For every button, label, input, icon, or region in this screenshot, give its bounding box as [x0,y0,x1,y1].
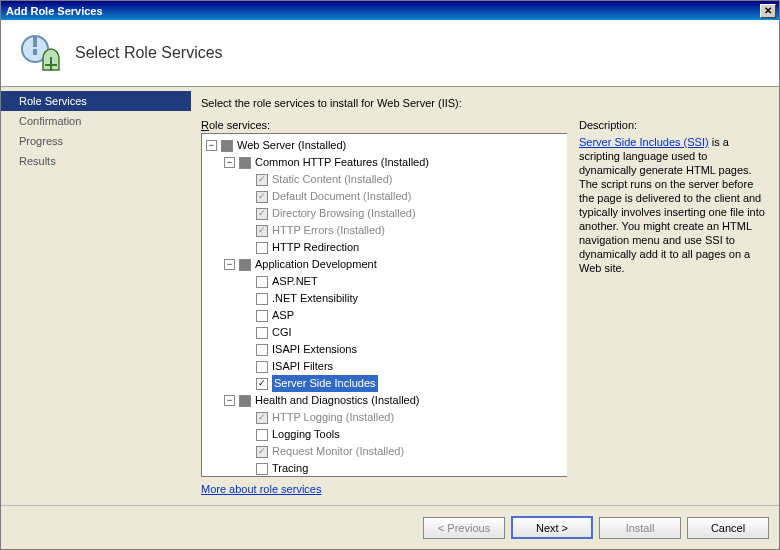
cancel-button[interactable]: Cancel [687,517,769,539]
tree-label: Role services: [201,119,567,131]
checkbox[interactable] [239,395,251,407]
tree-node[interactable]: ISAPI Filters [206,358,565,375]
checkbox[interactable] [256,276,268,288]
tree-node-label: Directory Browsing (Installed) [272,205,416,222]
tree-node-label: Logging Tools [272,426,340,443]
tree-node-label: Default Document (Installed) [272,188,411,205]
checkbox[interactable] [256,361,268,373]
step-confirmation[interactable]: Confirmation [1,111,191,131]
tree-node[interactable]: ✓Request Monitor (Installed) [206,443,565,460]
tree-node-label: Health and Diagnostics (Installed) [255,392,419,409]
checkbox[interactable] [221,140,233,152]
tree-node[interactable]: −Health and Diagnostics (Installed) [206,392,565,409]
checkbox: ✓ [256,174,268,186]
tree-node-label: ISAPI Filters [272,358,333,375]
tree-node[interactable]: ✓HTTP Logging (Installed) [206,409,565,426]
tree-node[interactable]: CGI [206,324,565,341]
wizard-window: Add Role Services ✕ Select Role Services… [0,0,780,550]
close-icon[interactable]: ✕ [760,4,776,18]
checkbox: ✓ [256,225,268,237]
tree-node-label: CGI [272,324,292,341]
tree-node-label: ASP [272,307,294,324]
tree-node[interactable]: Logging Tools [206,426,565,443]
previous-button: < Previous [423,517,505,539]
tree-node[interactable]: Tracing [206,460,565,477]
tree-node[interactable]: ASP.NET [206,273,565,290]
collapse-icon[interactable]: − [224,395,235,406]
footer: < Previous Next > Install Cancel [1,505,779,549]
checkbox[interactable] [256,344,268,356]
checkbox: ✓ [256,191,268,203]
sidebar: Role Services Confirmation Progress Resu… [1,87,191,505]
body: Role Services Confirmation Progress Resu… [1,87,779,505]
tree-node[interactable]: ✓Directory Browsing (Installed) [206,205,565,222]
tree-node-label: Common HTTP Features (Installed) [255,154,429,171]
main-panel: Select the role services to install for … [191,87,779,505]
install-button: Install [599,517,681,539]
tree-node-label: HTTP Redirection [272,239,359,256]
tree-node-label: .NET Extensibility [272,290,358,307]
checkbox[interactable] [256,429,268,441]
checkbox: ✓ [256,208,268,220]
step-results[interactable]: Results [1,151,191,171]
tree-node[interactable]: HTTP Redirection [206,239,565,256]
tree-node-label: HTTP Errors (Installed) [272,222,385,239]
description-link[interactable]: Server Side Includes (SSI) [579,136,709,148]
checkbox[interactable] [239,157,251,169]
checkbox[interactable]: ✓ [256,378,268,390]
tree-node[interactable]: ASP [206,307,565,324]
checkbox[interactable] [256,310,268,322]
tree-node-label: ASP.NET [272,273,318,290]
instruction-text: Select the role services to install for … [201,97,767,109]
tree-node[interactable]: −Application Development [206,256,565,273]
step-progress[interactable]: Progress [1,131,191,151]
tree-node-label: Tracing [272,460,308,477]
tree-node[interactable]: ✓Server Side Includes [206,375,565,392]
checkbox[interactable] [256,327,268,339]
collapse-icon[interactable]: − [224,157,235,168]
tree-node[interactable]: ISAPI Extensions [206,341,565,358]
page-title: Select Role Services [75,44,223,62]
description-text: Server Side Includes (SSI) is a scriptin… [579,135,767,275]
tree-node[interactable]: −Common HTTP Features (Installed) [206,154,565,171]
svg-rect-2 [33,49,37,55]
tree-node-label: Application Development [255,256,377,273]
checkbox: ✓ [256,446,268,458]
header: Select Role Services [1,20,779,87]
tree-node-label: ISAPI Extensions [272,341,357,358]
tree-node-label: HTTP Logging (Installed) [272,409,394,426]
tree-node-label: Web Server (Installed) [237,137,346,154]
checkbox[interactable] [256,463,268,475]
tree-node[interactable]: ✓HTTP Errors (Installed) [206,222,565,239]
checkbox[interactable] [256,293,268,305]
tree-node-label: Static Content (Installed) [272,171,392,188]
collapse-icon[interactable]: − [224,259,235,270]
role-services-tree[interactable]: −Web Server (Installed)−Common HTTP Feat… [201,133,567,477]
tree-node[interactable]: ✓Default Document (Installed) [206,188,565,205]
checkbox[interactable] [239,259,251,271]
tree-node-label: Request Monitor (Installed) [272,443,404,460]
tree-node-label: Server Side Includes [272,375,378,392]
checkbox[interactable] [256,242,268,254]
wizard-icon [15,29,63,77]
svg-rect-1 [33,37,37,47]
more-about-link[interactable]: More about role services [201,483,567,495]
checkbox: ✓ [256,412,268,424]
description-panel: Description: Server Side Includes (SSI) … [567,119,767,505]
step-role-services[interactable]: Role Services [1,91,191,111]
next-button[interactable]: Next > [511,516,593,539]
collapse-icon[interactable]: − [206,140,217,151]
tree-node[interactable]: ✓Static Content (Installed) [206,171,565,188]
titlebar: Add Role Services ✕ [1,1,779,20]
description-label: Description: [579,119,767,131]
tree-node[interactable]: .NET Extensibility [206,290,565,307]
window-title: Add Role Services [4,5,760,17]
tree-node[interactable]: −Web Server (Installed) [206,137,565,154]
